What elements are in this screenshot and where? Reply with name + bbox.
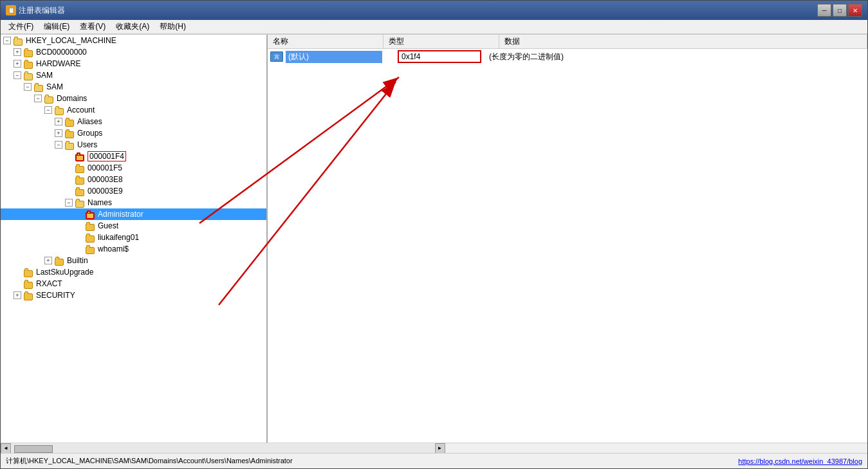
tree-expander[interactable]: − <box>14 71 21 79</box>
tree-item-lastsku[interactable]: LastSkuUpgrade <box>1 266 266 278</box>
tree-expander[interactable]: − <box>55 141 62 149</box>
minimize-button[interactable]: ─ <box>817 4 831 17</box>
folder-icon <box>53 105 65 115</box>
folder-icon <box>23 47 34 57</box>
folder-icon <box>12 35 24 46</box>
folder-icon <box>74 198 86 208</box>
column-headers: 名称 类型 数据 <box>268 35 867 49</box>
tree-item-000001F4[interactable]: 000001F4 <box>1 151 266 162</box>
bottom-scrollbar[interactable]: ◄ ► <box>1 443 867 453</box>
data-cell-name: (默认) <box>286 51 382 63</box>
tree-item-domains[interactable]: −Domains <box>1 93 266 104</box>
tree-expander[interactable]: − <box>34 95 42 102</box>
tree-item-label: SAM <box>36 71 53 80</box>
tree-item-security[interactable]: +SECURITY <box>1 290 266 301</box>
scroll-right-button[interactable]: ► <box>435 443 445 454</box>
tree-item-label: Account <box>67 106 95 115</box>
tree-item-label: LastSkuUpgrade <box>36 268 93 277</box>
tree-item-liukaifeng01[interactable]: liukaifeng01 <box>1 232 266 243</box>
scroll-left-button[interactable]: ◄ <box>1 443 11 454</box>
folder-icon <box>33 82 44 92</box>
tree-panel: −HKEY_LOCAL_MACHINE+BCD00000000+HARDWARE… <box>1 35 268 443</box>
menu-view[interactable]: 查看(V) <box>75 20 111 33</box>
tree-expander[interactable]: + <box>14 291 21 299</box>
registry-value-icon: 賞 <box>270 51 283 62</box>
tree-item-label: 000003E9 <box>88 187 123 196</box>
col-header-type[interactable]: 类型 <box>383 35 499 48</box>
folder-icon <box>74 186 86 196</box>
tree-item-000003E8[interactable]: 000003E8 <box>1 174 266 185</box>
tree-item-bcd[interactable]: +BCD00000000 <box>1 46 266 58</box>
tree-expander[interactable]: + <box>14 60 21 68</box>
tree-expander[interactable]: + <box>44 257 52 264</box>
menu-edit[interactable]: 编辑(E) <box>39 20 75 33</box>
folder-icon <box>84 209 96 219</box>
tree-item-label: liukaifeng01 <box>98 233 139 242</box>
tree-expander[interactable]: − <box>65 199 73 207</box>
tree-expander[interactable]: − <box>24 83 32 91</box>
scroll-thumb[interactable] <box>14 445 53 453</box>
tree-item-administrator[interactable]: Administrator <box>1 208 266 220</box>
folder-icon <box>64 116 75 127</box>
status-path: 计算机\HKEY_LOCAL_MACHINE\SAM\SAM\Domains\A… <box>6 456 738 466</box>
data-content: 賞(默认)0x1f4(长度为零的二进制值) <box>268 49 867 443</box>
tree-expander[interactable]: − <box>3 37 11 44</box>
scroll-track[interactable] <box>12 444 434 453</box>
tree-item-groups[interactable]: +Groups <box>1 127 266 139</box>
tree-expander <box>14 268 21 276</box>
menu-help[interactable]: 帮助(H) <box>154 20 191 33</box>
folder-icon <box>84 232 96 243</box>
tree-item-sam-root[interactable]: −SAM <box>1 69 266 81</box>
tree-item-000001F5[interactable]: 000001F5 <box>1 162 266 174</box>
tree-expander <box>14 280 21 288</box>
tree-item-hklm[interactable]: −HKEY_LOCAL_MACHINE <box>1 35 266 46</box>
tree-item-sam-sam[interactable]: −SAM <box>1 81 266 93</box>
tree-item-users[interactable]: −Users <box>1 139 266 151</box>
tree-expander <box>65 164 73 172</box>
folder-icon <box>53 255 65 266</box>
status-bar: 计算机\HKEY_LOCAL_MACHINE\SAM\SAM\Domains\A… <box>1 453 867 468</box>
maximize-button[interactable]: □ <box>833 4 847 17</box>
tree-expander <box>75 245 83 253</box>
tree-item-builtin[interactable]: +Builtin <box>1 255 266 266</box>
folder-icon <box>74 174 86 185</box>
tree-item-hardware[interactable]: +HARDWARE <box>1 58 266 69</box>
data-row[interactable]: 賞(默认)0x1f4(长度为零的二进制值) <box>268 49 867 64</box>
col-header-data[interactable]: 数据 <box>499 35 867 48</box>
tree-item-guest[interactable]: Guest <box>1 220 266 232</box>
tree-expander <box>65 176 73 183</box>
status-link[interactable]: https://blog.csdn.net/weixin_43987/blog <box>738 457 862 465</box>
folder-icon <box>84 244 96 254</box>
tree-content[interactable]: −HKEY_LOCAL_MACHINE+BCD00000000+HARDWARE… <box>1 35 266 443</box>
folder-icon <box>23 59 34 69</box>
tree-item-label: SECURITY <box>36 291 75 300</box>
window-controls: ─ □ ✕ <box>817 4 862 17</box>
tree-item-names[interactable]: −Names <box>1 197 266 208</box>
tree-item-label: Users <box>77 140 97 149</box>
tree-expander[interactable]: − <box>44 106 52 114</box>
data-cell-data: (长度为零的二进制值) <box>481 51 865 63</box>
folder-icon <box>64 140 75 150</box>
menu-favorites[interactable]: 收藏夹(A) <box>111 20 154 33</box>
menu-file[interactable]: 文件(F) <box>3 20 39 33</box>
tree-item-label: Groups <box>77 129 102 138</box>
tree-item-label: BCD00000000 <box>36 48 87 57</box>
tree-item-label: HKEY_LOCAL_MACHINE <box>26 36 116 45</box>
folder-icon <box>23 279 34 289</box>
col-header-name[interactable]: 名称 <box>268 35 383 48</box>
main-layout: −HKEY_LOCAL_MACHINE+BCD00000000+HARDWARE… <box>1 34 867 443</box>
tree-expander <box>65 187 73 195</box>
tree-expander[interactable]: + <box>55 118 62 125</box>
tree-item-account[interactable]: −Account <box>1 104 266 116</box>
tree-expander[interactable]: + <box>14 48 21 56</box>
tree-item-whoami[interactable]: whoami$ <box>1 243 266 255</box>
tree-item-rxact[interactable]: RXACT <box>1 278 266 290</box>
tree-item-label: Aliases <box>77 117 102 126</box>
title-bar: 📋 注册表编辑器 ─ □ ✕ <box>1 1 867 20</box>
tree-item-aliases[interactable]: +Aliases <box>1 116 266 127</box>
close-button[interactable]: ✕ <box>848 4 862 17</box>
tree-expander[interactable]: + <box>55 129 62 137</box>
tree-item-000003E9[interactable]: 000003E9 <box>1 185 266 197</box>
tree-item-label: SAM <box>46 82 63 91</box>
tree-expander <box>75 234 83 241</box>
